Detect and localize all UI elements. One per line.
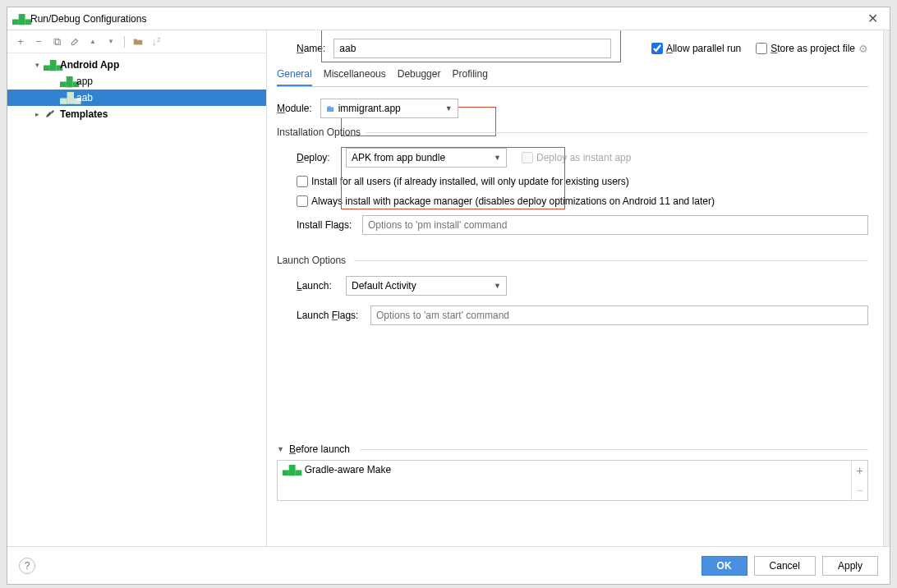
help-icon[interactable]: ? — [19, 558, 35, 574]
install-flags-label: Install Flags: — [297, 219, 354, 231]
install-all-users-checkbox[interactable] — [297, 176, 308, 187]
apply-button[interactable]: Apply — [822, 556, 878, 576]
chevron-down-icon: ▾ — [35, 61, 44, 69]
close-icon[interactable]: ✕ — [861, 11, 885, 26]
always-package-manager-label: Always install with package manager (dis… — [311, 195, 715, 207]
separator — [124, 36, 125, 48]
always-package-manager-checkbox[interactable] — [297, 195, 308, 207]
store-project-checkbox[interactable] — [756, 43, 767, 54]
before-launch-item[interactable]: ▄█▄ Gradle-aware Make — [278, 461, 851, 500]
window-title: Run/Debug Configurations — [30, 13, 861, 25]
android-icon: ▄█▄ — [12, 12, 25, 25]
tab-general[interactable]: General — [277, 65, 312, 86]
down-icon[interactable]: ▼ — [104, 35, 117, 48]
remove-task-icon[interactable]: − — [852, 480, 867, 500]
config-sidebar: + − ⧉ ▲ ▼ ↓² ▾ ▄█▄ Android App — [7, 30, 267, 546]
launch-dropdown[interactable]: Default Activity ▼ — [346, 276, 507, 296]
tree-item-app[interactable]: ▄█▄ app — [7, 73, 266, 90]
instant-app-label: Deploy as instant app — [536, 152, 631, 163]
chevron-down-icon[interactable]: ▼ — [277, 445, 284, 453]
android-icon: ▄█▄ — [60, 76, 73, 86]
chevron-down-icon: ▼ — [494, 154, 501, 162]
deploy-label: Deploy: — [297, 152, 338, 163]
launch-label: Launch: — [297, 280, 338, 292]
add-task-icon[interactable]: + — [852, 461, 867, 480]
tree-templates[interactable]: ▸ Templates — [7, 106, 266, 122]
folder-icon: 🖿 — [326, 103, 335, 113]
install-flags-input[interactable] — [362, 215, 868, 235]
launch-options-title: Launch Options — [277, 255, 868, 266]
cancel-button[interactable]: Cancel — [754, 556, 816, 576]
tree-item-aab[interactable]: ▄█▄ aab — [7, 90, 266, 106]
instant-app-checkbox — [522, 152, 533, 163]
wrench-icon — [44, 108, 57, 121]
tab-debugger[interactable]: Debugger — [398, 65, 441, 86]
remove-icon[interactable]: − — [32, 35, 45, 48]
name-input[interactable] — [334, 39, 611, 58]
launch-flags-label: Launch Flags: — [297, 310, 362, 321]
sort-icon[interactable]: ↓² — [150, 35, 163, 48]
sidebar-toolbar: + − ⧉ ▲ ▼ ↓² — [7, 30, 266, 53]
config-tree: ▾ ▄█▄ Android App ▄█▄ app ▄█▄ aab ▸ — [7, 53, 266, 546]
chevron-down-icon: ▼ — [445, 104, 453, 113]
allow-parallel-label: Allow parallel run — [666, 43, 741, 54]
module-label: Module: — [277, 103, 312, 114]
gear-icon[interactable]: ⚙ — [858, 43, 868, 55]
tabs: General Miscellaneous Debugger Profiling — [277, 65, 868, 87]
up-icon[interactable]: ▲ — [86, 35, 99, 48]
installation-options-title: Installation Options — [277, 126, 868, 138]
chevron-down-icon: ▼ — [494, 282, 501, 290]
android-icon: ▄█▄ — [60, 92, 73, 103]
install-all-users-label: Install for all users (if already instal… — [311, 176, 629, 187]
wrench-icon[interactable] — [68, 35, 81, 48]
tree-android-app[interactable]: ▾ ▄█▄ Android App — [7, 57, 266, 73]
scrollbar[interactable] — [883, 30, 890, 546]
module-dropdown[interactable]: 🖿 immigrant.app ▼ — [320, 99, 458, 118]
tab-profiling[interactable]: Profiling — [452, 65, 487, 86]
ok-button[interactable]: OK — [702, 556, 748, 576]
copy-icon[interactable]: ⧉ — [50, 35, 63, 48]
add-icon[interactable]: + — [14, 35, 27, 48]
deploy-dropdown[interactable]: APK from app bundle ▼ — [346, 148, 507, 168]
folder-icon[interactable] — [131, 35, 145, 48]
launch-flags-input[interactable] — [370, 305, 868, 325]
before-launch-list: ▄█▄ Gradle-aware Make + − — [277, 460, 868, 501]
allow-parallel-checkbox[interactable] — [651, 43, 663, 54]
tab-miscellaneous[interactable]: Miscellaneous — [324, 65, 386, 86]
android-icon: ▄█▄ — [283, 465, 301, 475]
name-label: Name: — [297, 43, 325, 54]
chevron-right-icon: ▸ — [35, 110, 44, 118]
android-icon: ▄█▄ — [44, 60, 57, 70]
main-panel: Name: Allow parallel run Store as projec… — [267, 30, 883, 546]
store-project-label: Store as project file — [770, 43, 855, 54]
before-launch-title: Before launch — [289, 443, 350, 455]
